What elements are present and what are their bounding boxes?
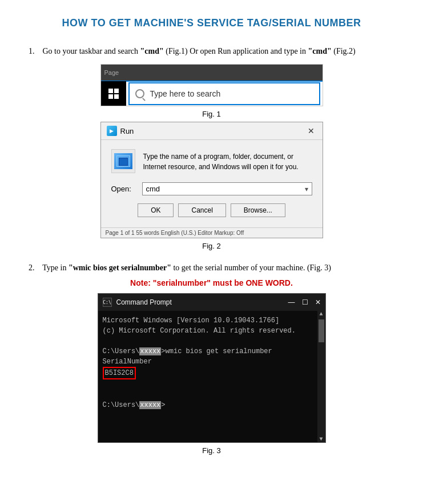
cmd-line-5: SerialNumber — [103, 357, 321, 367]
step-2: 2. Type in "wmic bios get serialnumber" … — [29, 262, 394, 455]
taskbar-top: Page — [101, 65, 323, 81]
step2-text: 2. Type in "wmic bios get serialnumber" … — [29, 262, 394, 274]
step2-number: 2. — [29, 263, 35, 272]
cmd-titlebar: C:\ Command Prompt — ☐ ✕ — [98, 294, 325, 311]
run-body: Type the name of a program, folder, docu… — [101, 140, 323, 227]
fig1-label: Fig. 1 — [202, 110, 221, 118]
step2-text-before: Type in — [42, 263, 69, 272]
cmd-icon-text: C:\ — [103, 300, 111, 305]
cmd-scrollbar[interactable]: ▲ ▼ — [317, 311, 325, 442]
statusbar-text: Page 1 of 1 55 words English (U.S.) Edit… — [106, 230, 244, 236]
run-close-button[interactable]: ✕ — [305, 126, 317, 135]
scroll-up-arrow[interactable]: ▲ — [317, 311, 325, 317]
run-app-icon-box — [111, 149, 135, 173]
run-input-wrap[interactable]: cmd ▾ — [142, 182, 312, 195]
search-box[interactable]: Type here to search — [128, 82, 320, 105]
step-number: 1. — [29, 47, 35, 55]
serial-number-highlighted: B5IS2C8 — [103, 367, 136, 379]
win-logo-cell-4 — [114, 94, 119, 99]
run-dropdown-arrow[interactable]: ▾ — [305, 185, 308, 193]
cmd-body: Microsoft Windows [Version 10.0.19043.17… — [98, 311, 325, 442]
run-app-icon: ▶ — [107, 126, 117, 136]
win-logo-cell-1 — [108, 89, 113, 93]
cmd-close-button[interactable]: ✕ — [315, 298, 321, 306]
run-app-icon-inner — [114, 153, 132, 169]
search-icon — [135, 89, 144, 98]
win-logo-cell-3 — [108, 94, 113, 99]
step1-text-before: Go to your taskbar and search — [43, 47, 140, 55]
scroll-down-arrow[interactable]: ▼ — [317, 436, 325, 442]
run-input-value: cmd — [146, 185, 305, 193]
cmd-line-4: C:\Users\xxxxx>wmic bios get serialnumbe… — [103, 346, 321, 357]
step2-note: Note: "serialnumber" must be ONE WORD. — [29, 278, 394, 287]
fig3-cmd-window: C:\ Command Prompt — ☐ ✕ Microsoft Windo… — [98, 293, 326, 443]
fig3-label: Fig. 3 — [202, 446, 221, 455]
step2-text-after: to get the serial number of your machine… — [171, 263, 331, 272]
step1-bold2: "cmd" — [308, 47, 332, 55]
cmd-line-7 — [103, 379, 321, 390]
cmd-minimize-button[interactable]: — — [288, 298, 295, 306]
cmd-title-text: Command Prompt — [116, 298, 172, 306]
run-titlebar: ▶ Run ✕ — [101, 122, 323, 140]
windows-button[interactable] — [101, 81, 126, 106]
run-cancel-button[interactable]: Cancel — [178, 203, 225, 217]
step-1-text: 1. Go to your taskbar and search "cmd" (… — [29, 45, 394, 57]
cmd-line-6: B5IS2C8 — [103, 367, 321, 379]
cmd-maximize-button[interactable]: ☐ — [302, 298, 308, 306]
fig2-container: ▶ Run ✕ Type the name of a program, — [29, 122, 394, 250]
win-logo-cell-2 — [114, 89, 119, 93]
run-title-text: Run — [120, 127, 134, 135]
step2-bold: "wmic bios get serialnumber" — [69, 263, 171, 272]
scroll-thumb[interactable] — [319, 319, 324, 342]
page-label: Page — [104, 69, 119, 76]
search-placeholder-text: Type here to search — [150, 89, 221, 98]
run-description: Type the name of a program, folder, docu… — [143, 149, 312, 172]
cmd-line-8 — [103, 390, 321, 400]
cmd-line-2: (c) Microsoft Corporation. All rights re… — [103, 326, 321, 336]
fig2-label: Fig. 2 — [202, 242, 221, 250]
run-icon-row: Type the name of a program, folder, docu… — [111, 149, 312, 173]
run-ok-button[interactable]: OK — [138, 203, 174, 217]
fig1-taskbar: Page Type here to search — [100, 64, 323, 106]
step1-text-mid1: (Fig.1) Or open Run application and type… — [164, 47, 308, 55]
fig3-container: C:\ Command Prompt — ☐ ✕ Microsoft Windo… — [29, 293, 394, 455]
run-statusbar: Page 1 of 1 55 words English (U.S.) Edit… — [101, 227, 323, 238]
page-title: HOW TO GET MACHINE'S SERVICE TAG/SERIAL … — [29, 17, 394, 29]
cmd-controls: — ☐ ✕ — [288, 298, 321, 306]
step1-bold1: "cmd" — [140, 47, 164, 55]
run-title-left: ▶ Run — [107, 126, 134, 136]
windows-logo — [108, 89, 119, 99]
fig1-container: Page Type here to search Fig. 1 — [29, 64, 394, 118]
cmd-line-1: Microsoft Windows [Version 10.0.19043.17… — [103, 315, 321, 326]
taskbar-bar: Type here to search — [101, 81, 323, 106]
cmd-title-left: C:\ Command Prompt — [103, 298, 172, 307]
cmd-icon: C:\ — [103, 298, 112, 307]
step-1: 1. Go to your taskbar and search "cmd" (… — [29, 45, 394, 250]
run-buttons: OK Cancel Browse... — [111, 203, 312, 221]
fig2-run-dialog: ▶ Run ✕ Type the name of a program, — [100, 122, 323, 238]
cmd-line-3 — [103, 336, 321, 346]
run-browse-button[interactable]: Browse... — [231, 203, 285, 217]
cmd-line-9: C:\Users\xxxxx> — [103, 400, 321, 410]
step1-text-mid2: (Fig.2) — [332, 47, 356, 55]
run-open-label: Open: — [111, 185, 138, 193]
run-open-row: Open: cmd ▾ — [111, 182, 312, 195]
